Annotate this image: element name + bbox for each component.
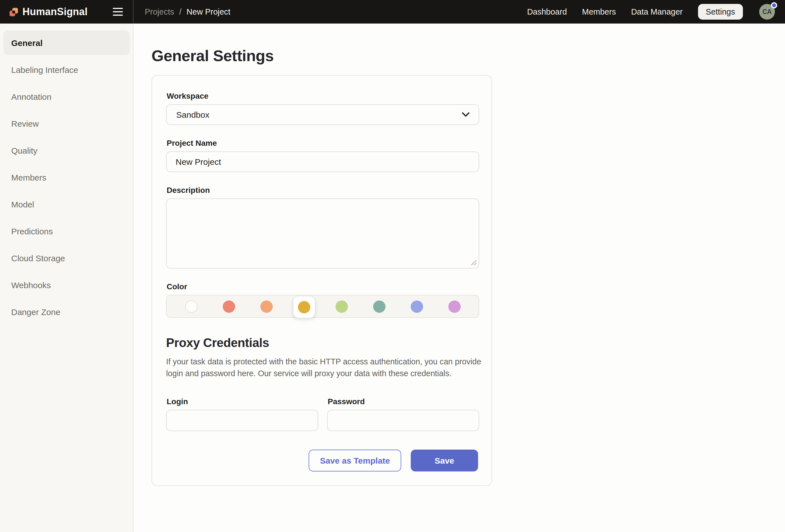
proxy-credentials-title: Proxy Credentials [166,336,478,350]
color-swatch-yellow-selected[interactable] [298,301,310,313]
chevron-down-icon [462,112,470,117]
sidebar-item-members[interactable]: Members [3,165,130,189]
user-avatar[interactable]: CA [759,4,775,20]
color-swatch-orange[interactable] [260,300,273,313]
sidebar-item-labeling-interface[interactable]: Labeling Interface [3,57,130,82]
menu-icon[interactable] [112,5,124,18]
color-swatch-green[interactable] [335,300,348,313]
app-window: HumanSignal Projects / New Project Dashb… [0,0,785,532]
form-actions: Save as Template Save [166,450,478,472]
brand[interactable]: HumanSignal [9,6,87,18]
save-as-template-button[interactable]: Save as Template [309,450,401,472]
color-label: Color [167,282,478,291]
sidebar-item-danger-zone[interactable]: Danger Zone [3,299,130,324]
password-field: Password [327,397,479,431]
workspace-label: Workspace [167,91,478,100]
nav-data-manager[interactable]: Data Manager [631,7,683,16]
sidebar-item-quality[interactable]: Quality [3,138,130,163]
top-navigation: Dashboard Members Data Manager Settings … [527,4,775,20]
brand-name: HumanSignal [22,6,87,18]
topbar-brand-section: HumanSignal [0,0,133,24]
sidebar-item-model[interactable]: Model [3,192,130,216]
credentials-row: Login Password [166,397,478,431]
color-field: Color [166,282,478,318]
main-content: General Settings Workspace Sandbox Proje… [133,24,785,532]
sidebar-item-review[interactable]: Review [3,111,130,136]
proxy-credentials-description: If your task data is protected with the … [166,356,481,380]
description-field: Description [166,186,478,268]
login-field: Login [166,397,318,431]
sidebar-item-annotation[interactable]: Annotation [3,84,130,109]
login-input[interactable] [166,410,318,431]
color-swatch-row [166,295,479,318]
description-textarea[interactable] [166,198,479,268]
breadcrumb: Projects / New Project [145,7,230,16]
nav-settings-active[interactable]: Settings [698,4,743,20]
color-swatch-teal[interactable] [373,300,385,313]
selected-swatch-card [293,296,314,318]
password-label: Password [328,397,479,406]
project-name-label: Project Name [167,138,478,148]
description-label: Description [167,186,478,194]
avatar-initials: CA [762,8,771,15]
password-input[interactable] [327,410,479,431]
sidebar-item-cloud-storage[interactable]: Cloud Storage [3,245,130,270]
project-name-input[interactable] [166,151,479,172]
breadcrumb-current: New Project [186,7,230,16]
settings-sidebar: General Labeling Interface Annotation Re… [0,24,133,532]
color-swatch-white[interactable] [185,300,197,313]
topbar-main: Projects / New Project Dashboard Members… [133,0,785,24]
workspace-select[interactable]: Sandbox [166,104,479,125]
login-label: Login [167,397,318,406]
general-settings-card: Workspace Sandbox Project Name Descripti… [152,75,492,486]
sidebar-item-webhooks[interactable]: Webhooks [3,272,130,297]
nav-dashboard[interactable]: Dashboard [527,7,567,16]
top-bar: HumanSignal Projects / New Project Dashb… [0,0,785,24]
project-name-field: Project Name [166,138,478,172]
workspace-selected-value: Sandbox [176,110,209,119]
screen: HumanSignal Projects / New Project Dashb… [0,0,785,532]
nav-members[interactable]: Members [582,7,616,16]
sidebar-item-predictions[interactable]: Predictions [3,219,130,243]
workspace-field: Workspace Sandbox [166,91,478,125]
color-swatch-pink[interactable] [448,300,460,313]
online-status-dot [771,2,777,8]
color-swatch-red[interactable] [223,300,235,313]
color-swatch-blue[interactable] [410,300,423,313]
save-button[interactable]: Save [411,450,478,472]
sidebar-item-general[interactable]: General [3,30,130,55]
humansignal-logo-icon [9,7,18,16]
page-title: General Settings [152,47,785,65]
breadcrumb-projects-link[interactable]: Projects [145,7,174,16]
breadcrumb-separator: / [179,7,181,16]
